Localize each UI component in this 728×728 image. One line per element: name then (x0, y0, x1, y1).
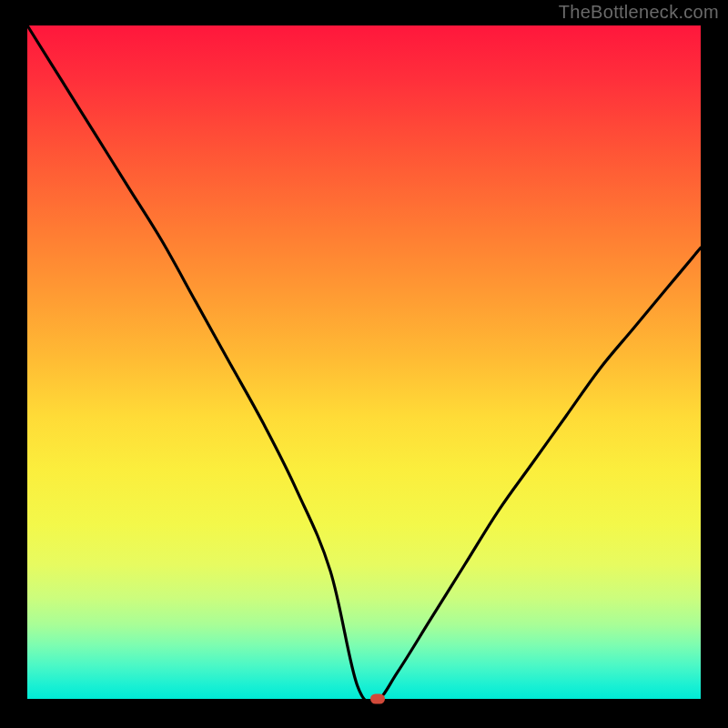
plot-area (27, 25, 701, 699)
minimum-marker (370, 694, 385, 704)
bottleneck-curve (27, 25, 701, 699)
chart-frame: TheBottleneck.com (0, 0, 728, 728)
watermark-text: TheBottleneck.com (559, 2, 719, 23)
